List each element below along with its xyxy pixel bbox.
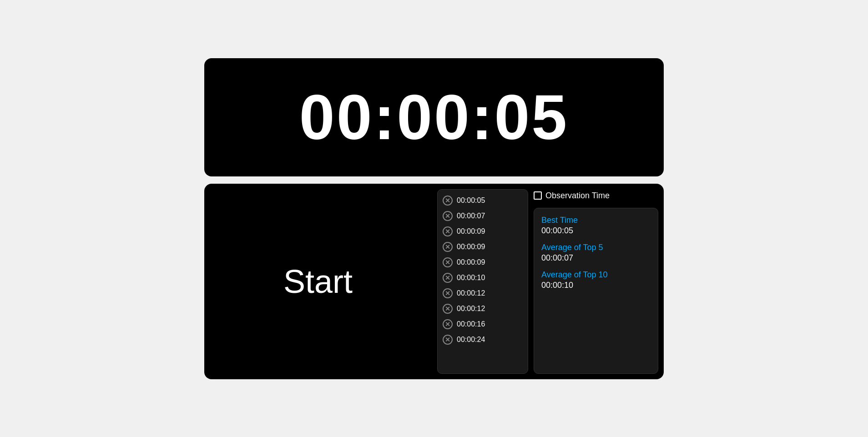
lap-delete-icon: ✕ <box>443 288 453 298</box>
observation-time-checkbox[interactable] <box>534 191 542 200</box>
timer-text: 00:00:05 <box>299 80 569 154</box>
avg-top10-item: Average of Top 10 00:00:10 <box>541 270 651 290</box>
lap-delete-button[interactable]: ✕ <box>442 211 453 221</box>
timer-display: 00:00:05 <box>204 58 664 176</box>
lap-row: ✕00:00:09 <box>441 224 524 239</box>
observation-time-row: Observation Time <box>534 189 658 202</box>
lap-row: ✕00:00:16 <box>441 317 524 332</box>
lap-delete-button[interactable]: ✕ <box>442 272 453 283</box>
lap-time: 00:00:07 <box>457 212 485 220</box>
lap-row: ✕00:00:09 <box>441 255 524 270</box>
avg-top10-label: Average of Top 10 <box>541 270 651 280</box>
avg-top5-item: Average of Top 5 00:00:07 <box>541 243 651 263</box>
lap-delete-button[interactable]: ✕ <box>442 195 453 206</box>
lap-time: 00:00:05 <box>457 196 485 205</box>
bottom-section: Start ✕00:00:05✕00:00:07✕00:00:09✕00:00:… <box>204 184 664 379</box>
lap-row: ✕00:00:07 <box>441 209 524 223</box>
lap-row: ✕00:00:12 <box>441 301 524 316</box>
lap-time: 00:00:16 <box>457 320 485 328</box>
lap-time: 00:00:24 <box>457 336 485 344</box>
best-time-item: Best Time 00:00:05 <box>541 216 651 236</box>
lap-delete-button[interactable]: ✕ <box>442 226 453 237</box>
lap-row: ✕00:00:10 <box>441 271 524 285</box>
lap-time: 00:00:09 <box>457 243 485 251</box>
lap-delete-button[interactable]: ✕ <box>442 241 453 252</box>
lap-delete-button[interactable]: ✕ <box>442 319 453 330</box>
lap-time: 00:00:12 <box>457 305 485 313</box>
lap-delete-icon: ✕ <box>443 211 453 221</box>
lap-time: 00:00:09 <box>457 227 485 236</box>
avg-top5-label: Average of Top 5 <box>541 243 651 252</box>
lap-row: ✕00:00:12 <box>441 286 524 301</box>
laps-panel: ✕00:00:05✕00:00:07✕00:00:09✕00:00:09✕00:… <box>437 189 528 374</box>
lap-delete-icon: ✕ <box>443 242 453 252</box>
lap-row: ✕00:00:09 <box>441 240 524 254</box>
lap-row: ✕00:00:24 <box>441 332 524 347</box>
stats-section: Observation Time Best Time 00:00:05 Aver… <box>534 189 658 374</box>
observation-time-label: Observation Time <box>545 191 610 201</box>
best-time-value: 00:00:05 <box>541 226 651 236</box>
lap-delete-icon: ✕ <box>443 273 453 283</box>
lap-delete-button[interactable]: ✕ <box>442 288 453 299</box>
lap-delete-icon: ✕ <box>443 226 453 236</box>
lap-time: 00:00:10 <box>457 274 485 282</box>
start-label: Start <box>283 263 353 300</box>
lap-time: 00:00:09 <box>457 258 485 266</box>
lap-delete-button[interactable]: ✕ <box>442 334 453 345</box>
lap-delete-button[interactable]: ✕ <box>442 303 453 314</box>
start-button[interactable]: Start <box>204 184 432 379</box>
lap-time: 00:00:12 <box>457 289 485 297</box>
lap-delete-icon: ✕ <box>443 304 453 314</box>
lap-delete-icon: ✕ <box>443 319 453 329</box>
best-time-label: Best Time <box>541 216 651 225</box>
avg-top10-value: 00:00:10 <box>541 281 651 290</box>
lap-delete-icon: ✕ <box>443 335 453 345</box>
right-section: ✕00:00:05✕00:00:07✕00:00:09✕00:00:09✕00:… <box>432 184 664 379</box>
lap-delete-icon: ✕ <box>443 257 453 267</box>
lap-row: ✕00:00:05 <box>441 193 524 208</box>
lap-delete-icon: ✕ <box>443 196 453 206</box>
lap-delete-button[interactable]: ✕ <box>442 257 453 268</box>
stats-card: Best Time 00:00:05 Average of Top 5 00:0… <box>534 208 658 374</box>
avg-top5-value: 00:00:07 <box>541 253 651 263</box>
